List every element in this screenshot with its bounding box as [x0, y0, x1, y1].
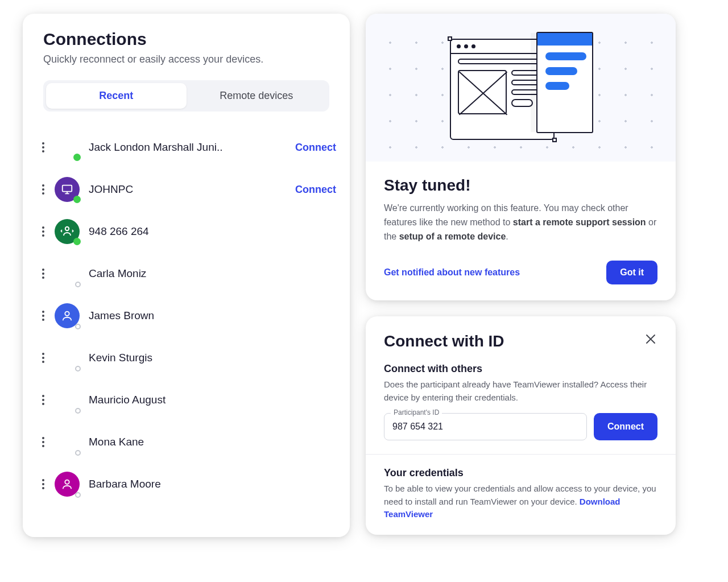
close-icon[interactable] — [644, 332, 657, 346]
connection-name: Jack London Marshall Juni.. — [89, 141, 295, 154]
connections-subtitle: Quickly reconnect or easily access your … — [43, 53, 329, 65]
list-item[interactable]: Mauricio August — [55, 379, 336, 421]
connect-others-text: Does the participant already have TeamVi… — [384, 378, 657, 404]
more-options-icon[interactable] — [38, 436, 49, 448]
svg-rect-0 — [63, 185, 72, 192]
list-item[interactable]: James Brown — [55, 295, 336, 337]
list-item[interactable]: JOHNPCConnect — [55, 168, 336, 210]
status-indicator — [75, 366, 81, 372]
avatar — [55, 219, 80, 244]
stay-tuned-title: Stay tuned! — [384, 176, 657, 195]
more-options-icon[interactable] — [38, 352, 49, 364]
list-item[interactable]: Kevin Sturgis — [55, 337, 336, 379]
more-options-icon[interactable] — [38, 142, 49, 153]
connection-name: Kevin Sturgis — [89, 352, 336, 364]
connections-card: Connections Quickly reconnect or easily … — [23, 14, 350, 537]
connections-tabs: Recent Remote devices — [43, 80, 329, 112]
avatar — [55, 472, 80, 497]
avatar — [55, 387, 80, 412]
participant-id-label: Participant's ID — [391, 408, 442, 416]
participant-id-input[interactable] — [384, 413, 587, 440]
svg-point-1 — [65, 227, 69, 230]
avatar — [55, 177, 80, 202]
connection-name: Barbara Moore — [89, 478, 336, 490]
status-indicator — [75, 408, 81, 414]
status-indicator — [73, 154, 81, 161]
more-options-icon[interactable] — [38, 226, 49, 237]
list-item[interactable]: Mona Kane — [55, 421, 336, 463]
status-indicator — [73, 196, 81, 203]
blue-panel-icon — [536, 32, 593, 133]
tab-remote-devices[interactable]: Remote devices — [187, 83, 327, 109]
list-item[interactable]: 948 266 264 — [55, 210, 336, 253]
status-indicator — [75, 450, 81, 456]
status-indicator — [75, 324, 81, 329]
connection-name: Mauricio August — [89, 394, 336, 406]
connect-with-id-card: Connect with ID Connect with others Does… — [366, 316, 676, 535]
connection-name: 948 266 264 — [89, 225, 336, 238]
avatar — [55, 135, 80, 160]
stay-tuned-card: Stay tuned! We're currently working on t… — [366, 14, 676, 300]
list-item[interactable]: Carla Moniz — [55, 253, 336, 295]
avatar — [55, 261, 80, 286]
more-options-icon[interactable] — [38, 478, 49, 490]
svg-point-3 — [65, 480, 69, 484]
connections-title: Connections — [43, 30, 329, 49]
status-indicator — [75, 492, 81, 498]
status-indicator — [75, 282, 81, 287]
connection-name: Carla Moniz — [89, 267, 336, 280]
avatar — [55, 303, 80, 328]
list-item[interactable]: Barbara Moore — [55, 463, 336, 505]
avatar — [55, 430, 80, 455]
connection-name: James Brown — [89, 309, 336, 322]
your-credentials-text: To be able to view your credentials and … — [384, 482, 657, 521]
your-credentials-heading: Your credentials — [384, 467, 657, 479]
stay-tuned-illustration — [366, 14, 676, 162]
more-options-icon[interactable] — [38, 184, 49, 195]
status-indicator — [73, 238, 81, 245]
avatar — [55, 345, 80, 370]
more-options-icon[interactable] — [38, 268, 49, 279]
more-options-icon[interactable] — [38, 310, 49, 321]
svg-point-2 — [65, 312, 69, 316]
connect-others-heading: Connect with others — [384, 363, 657, 375]
more-options-icon[interactable] — [38, 394, 49, 406]
connect-link[interactable]: Connect — [295, 184, 336, 196]
list-item[interactable]: Jack London Marshall Juni..Connect — [55, 126, 336, 168]
connect-button[interactable]: Connect — [594, 413, 657, 440]
connection-name: JOHNPC — [89, 183, 295, 196]
connections-list[interactable]: Jack London Marshall Juni..ConnectJOHNPC… — [23, 126, 350, 525]
connect-with-id-title: Connect with ID — [384, 332, 504, 350]
tab-recent[interactable]: Recent — [46, 83, 187, 109]
get-notified-link[interactable]: Get notified about new features — [384, 267, 520, 278]
connect-link[interactable]: Connect — [295, 142, 336, 154]
got-it-button[interactable]: Got it — [606, 261, 657, 284]
stay-tuned-text: We're currently working on this feature.… — [384, 201, 657, 243]
connection-name: Mona Kane — [89, 436, 336, 448]
